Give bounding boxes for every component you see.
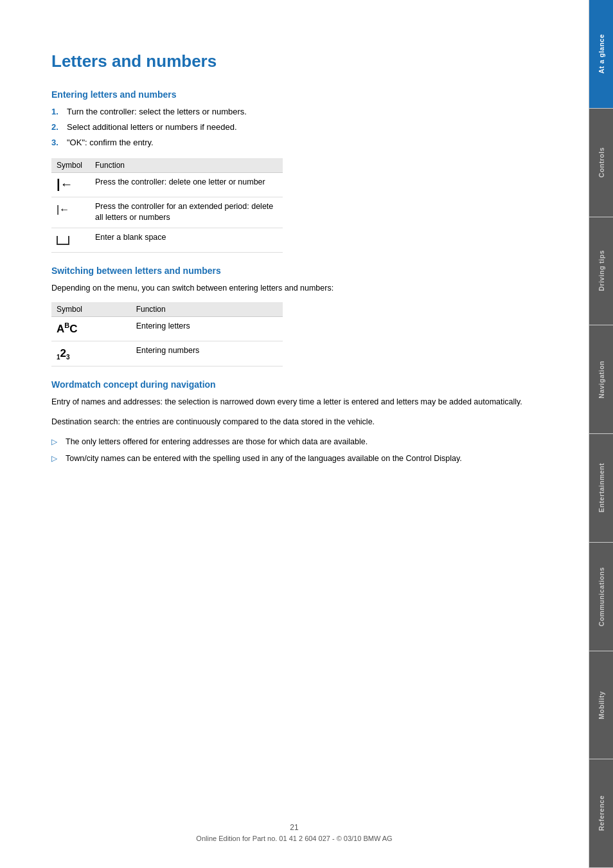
symbol-table-1: Symbol Function |← Press the controller:… (51, 158, 283, 253)
tab-mobility[interactable]: Mobility (589, 651, 613, 760)
symbol-backspace2: |← (51, 197, 90, 228)
step-3-num: 3. (51, 137, 64, 149)
bullet-arrow-1: ▷ (51, 437, 63, 448)
section3-body2: Destination search: the entries are cont… (51, 416, 556, 428)
section2-heading: Switching between letters and numbers (51, 266, 556, 276)
table2-col2: Function (131, 302, 283, 317)
tab-label-controls: Controls (598, 147, 605, 177)
step-2-num: 2. (51, 122, 64, 133)
section2-body: Depending on the menu, you can switch be… (51, 282, 556, 294)
step-1-text: Turn the controller: select the letters … (67, 106, 247, 118)
tab-label-reference: Reference (598, 795, 605, 831)
tab-label-mobility: Mobility (598, 691, 605, 719)
page-number: 21 (0, 823, 589, 832)
tab-reference[interactable]: Reference (589, 759, 613, 868)
step-1-num: 1. (51, 106, 64, 118)
section1-heading: Entering letters and numbers (51, 89, 556, 100)
table-row: ABC Entering letters (51, 316, 283, 341)
table-row: |← Press the controller: delete one lett… (51, 172, 283, 197)
symbol-abc: ABC (51, 316, 131, 341)
table-row: 123 Entering numbers (51, 341, 283, 366)
func-abc: Entering letters (131, 316, 283, 341)
bullet-arrow-2: ▷ (51, 453, 63, 464)
symbol-backspace1: |← (51, 172, 90, 197)
table2-col1: Symbol (51, 302, 131, 317)
page-title: Letters and numbers (51, 51, 556, 71)
footer: 21 Online Edition for Part no. 01 41 2 6… (0, 823, 589, 842)
bullet-1: ▷ The only letters offered for entering … (51, 436, 556, 448)
symbol-123: 123 (51, 341, 131, 366)
tab-label-communications: Communications (598, 567, 605, 626)
table-row: |← Press the controller for an extended … (51, 197, 283, 228)
footer-edition: Online Edition for Part no. 01 41 2 604 … (196, 835, 392, 842)
table1-col1: Symbol (51, 158, 90, 173)
bullet-2-text: Town/city names can be entered with the … (66, 453, 462, 464)
func-space: Enter a blank space (90, 228, 283, 252)
tab-controls[interactable]: Controls (589, 109, 613, 217)
table1-col2: Function (90, 158, 283, 173)
func-backspace1: Press the controller: delete one letter … (90, 172, 283, 197)
step-3-text: "OK": confirm the entry. (67, 137, 154, 149)
func-backspace2: Press the controller for an extended per… (90, 197, 283, 228)
table-row: Enter a blank space (51, 228, 283, 252)
symbol-table-2: Symbol Function ABC Entering letters 123… (51, 302, 283, 367)
tab-label-driving-tips: Driving tips (598, 250, 605, 291)
bullet-2: ▷ Town/city names can be entered with th… (51, 453, 556, 464)
func-123: Entering numbers (131, 341, 283, 366)
main-content: Letters and numbers Entering letters and… (0, 0, 589, 868)
symbol-space (51, 228, 90, 252)
tab-driving-tips[interactable]: Driving tips (589, 217, 613, 326)
tab-label-navigation: Navigation (598, 361, 605, 399)
tab-entertainment[interactable]: Entertainment (589, 434, 613, 543)
tab-navigation[interactable]: Navigation (589, 325, 613, 434)
step-2: 2. Select additional letters or numbers … (51, 122, 556, 133)
steps-list: 1. Turn the controller: select the lette… (51, 106, 556, 149)
bullet-1-text: The only letters offered for entering ad… (66, 436, 368, 448)
section3-heading: Wordmatch concept during navigation (51, 379, 556, 390)
right-sidebar: At a glance Controls Driving tips Naviga… (589, 0, 613, 868)
tab-communications[interactable]: Communications (589, 543, 613, 651)
step-3: 3. "OK": confirm the entry. (51, 137, 556, 149)
section3-body1: Entry of names and addresses: the select… (51, 396, 556, 408)
tab-at-a-glance[interactable]: At a glance (589, 0, 613, 109)
tab-label-at-a-glance: At a glance (598, 34, 605, 74)
step-2-text: Select additional letters or numbers if … (67, 122, 237, 133)
step-1: 1. Turn the controller: select the lette… (51, 106, 556, 118)
tab-label-entertainment: Entertainment (598, 463, 605, 512)
bullet-list: ▷ The only letters offered for entering … (51, 436, 556, 465)
